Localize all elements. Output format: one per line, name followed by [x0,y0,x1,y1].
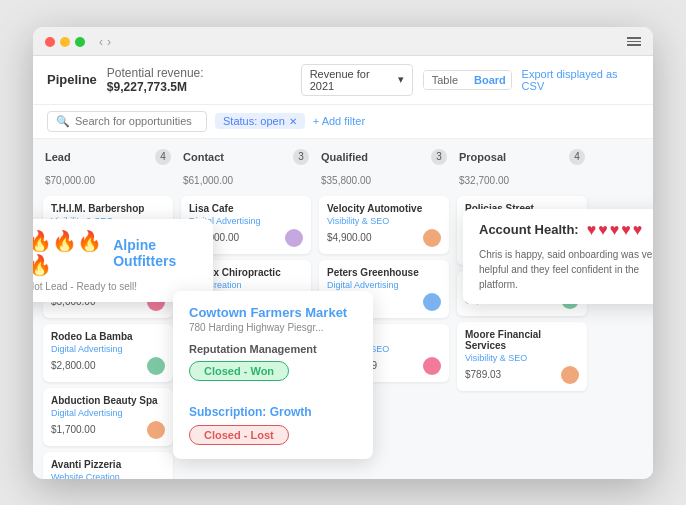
cowtown-address: 780 Harding Highway Piesgr... [189,322,357,333]
card-velocity[interactable]: Velocity Automotive Visibility & SEO $4,… [319,196,449,254]
browser-nav: ‹ › [99,35,111,49]
alpine-subtitle: Hot Lead - Ready to sell! [33,281,199,292]
dot-maximize[interactable] [75,37,85,47]
card-moore[interactable]: Moore Financial Services Visibility & SE… [457,322,587,391]
tooltip-account-health: Account Health: ♥ ♥ ♥ ♥ ♥ Chris is happy… [463,209,653,304]
col-header-proposal: Proposal 4 [457,149,587,169]
avatar [423,357,441,375]
fire-icon: 🔥🔥🔥🔥 [33,229,105,277]
chevron-down-icon: ▾ [398,73,404,86]
tooltip-alpine: 🔥🔥🔥🔥 Alpine Outfitters Hot Lead - Ready … [33,219,213,302]
kanban-col-lead: Lead 4 $70,000.00 T.H.I.M. Barbershop Vi… [43,149,173,469]
board-view-button[interactable]: Board [466,71,512,89]
avatar [147,421,165,439]
subscription-title: Subscription: Growth [189,405,357,419]
forward-arrow-icon[interactable]: › [107,35,111,49]
browser-menu-icon[interactable] [627,37,641,46]
search-icon: 🔍 [56,115,70,128]
kanban-col-proposal: Proposal 4 $32,700.00 Policias Street Fo… [457,149,587,469]
col-count-lead: 4 [155,149,171,165]
cowtown-title: Cowtown Farmers Market [189,305,357,320]
closed-lost-badge: Closed - Lost [189,425,289,445]
heart-icon-3: ♥ [610,221,620,239]
revenue-year-selector[interactable]: Revenue for 2021 ▾ [301,64,413,96]
add-filter-button[interactable]: + Add filter [313,115,365,127]
dot-minimize[interactable] [60,37,70,47]
col-total-proposal: $32,700.00 [457,175,587,190]
dot-close[interactable] [45,37,55,47]
col-count-contact: 3 [293,149,309,165]
pipeline-label: Pipeline [47,72,97,87]
tooltip-cowtown: Cowtown Farmers Market 780 Harding Highw… [173,291,373,459]
kanban-area: Lead 4 $70,000.00 T.H.I.M. Barbershop Vi… [33,139,653,479]
filter-bar: 🔍 Status: open ✕ + Add filter [33,105,653,139]
col-total-lead: $70,000.00 [43,175,173,190]
avatar [147,357,165,375]
avatar [423,229,441,247]
health-title: Account Health: [479,222,579,237]
cowtown-product1: Reputation Management [189,343,357,355]
col-total-qualified: $35,800.00 [319,175,449,190]
card-rodeo[interactable]: Rodeo La Bamba Digital Advertising $2,80… [43,324,173,382]
closed-won-badge: Closed - Won [189,361,289,381]
status-badge: Status: open ✕ [215,113,305,129]
top-bar: Pipeline Potential revenue: $9,227,773.5… [33,56,653,105]
health-description: Chris is happy, said onboarding was very… [479,247,653,292]
avatar [561,366,579,384]
revenue-value: $9,227,773.5M [107,80,187,94]
col-title-contact: Contact [183,151,224,163]
remove-status-filter-button[interactable]: ✕ [289,116,297,127]
col-header-contact: Contact 3 [181,149,311,169]
col-count-proposal: 4 [569,149,585,165]
export-csv-link[interactable]: Export displayed as CSV [522,68,639,92]
potential-revenue-label: Potential revenue: $9,227,773.5M [107,66,281,94]
search-input[interactable] [75,115,198,127]
alpine-title: Alpine Outfitters [113,237,199,269]
table-view-button[interactable]: Table [424,71,466,89]
browser-dots [45,37,85,47]
search-box[interactable]: 🔍 [47,111,207,132]
col-title-lead: Lead [45,151,71,163]
avatar [285,229,303,247]
view-toggle: Table Board [423,70,512,90]
avatar [423,293,441,311]
browser-chrome: ‹ › [33,27,653,56]
heart-icon-2: ♥ [598,221,608,239]
col-title-qualified: Qualified [321,151,368,163]
back-arrow-icon[interactable]: ‹ [99,35,103,49]
col-header-qualified: Qualified 3 [319,149,449,169]
col-total-contact: $61,000.00 [181,175,311,190]
browser-window: ‹ › Pipeline Potential revenue: $9,227,7… [33,27,653,479]
health-hearts: ♥ ♥ ♥ ♥ ♥ [587,221,643,239]
heart-icon-1: ♥ [587,221,597,239]
card-beauty-spa[interactable]: Abduction Beauty Spa Digital Advertising… [43,388,173,446]
col-header-lead: Lead 4 [43,149,173,169]
card-pizzeria[interactable]: Avanti Pizzeria Website Creation $500.00 [43,452,173,479]
heart-icon-4: ♥ [621,221,631,239]
heart-icon-5: ♥ [633,221,643,239]
col-title-proposal: Proposal [459,151,506,163]
col-count-qualified: 3 [431,149,447,165]
